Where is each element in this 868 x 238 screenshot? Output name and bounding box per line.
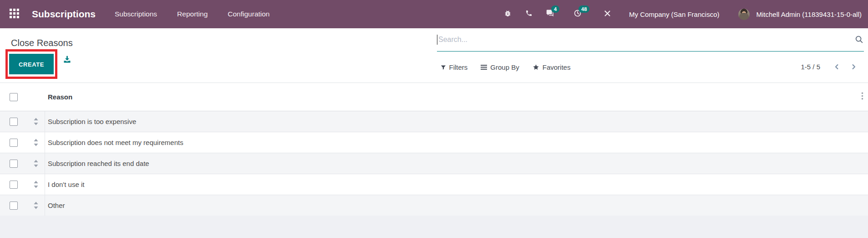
optional-columns-button[interactable] — [858, 83, 866, 111]
reason-cell: Subscription reached its end date — [45, 160, 868, 167]
menu-subscriptions[interactable]: Subscriptions — [105, 0, 167, 28]
current-app-title: Subscriptions — [32, 9, 96, 20]
messages-count-badge: 4 — [551, 5, 559, 13]
download-icon — [62, 58, 72, 66]
row-check-cell — [0, 181, 27, 189]
tools-icon — [604, 10, 611, 19]
footer-background — [0, 216, 868, 238]
apps-menu-button[interactable] — [6, 0, 22, 28]
list-row[interactable]: Subscription reached its end date — [0, 153, 868, 174]
pager-previous-button[interactable] — [828, 63, 845, 70]
search-icon[interactable] — [855, 35, 863, 44]
row-check-cell — [0, 118, 27, 126]
row-checkbox[interactable] — [10, 160, 18, 168]
row-checkbox[interactable] — [10, 118, 18, 126]
row-handle-cell — [27, 132, 45, 153]
user-avatar — [738, 9, 750, 20]
control-panel: Close Reasons CREATE — [0, 28, 868, 83]
list-row[interactable]: Subscription is too expensive — [0, 111, 868, 132]
pager: 1-5 / 5 — [801, 51, 862, 83]
messages-button[interactable]: 4 — [539, 0, 561, 28]
pager-next-button[interactable] — [845, 63, 862, 70]
drag-handle-icon[interactable] — [33, 139, 39, 146]
filters-label: Filters — [449, 63, 468, 71]
row-check-cell — [0, 160, 27, 168]
close-reasons-list: Reason Subscription is too expensive Sub… — [0, 83, 868, 216]
reason-cell: Other — [45, 202, 868, 209]
row-checkbox[interactable] — [10, 181, 18, 189]
chevron-right-icon — [850, 64, 857, 72]
reason-cell: Subscription does not meet my requiremen… — [45, 139, 868, 146]
row-handle-cell — [27, 174, 45, 195]
activities-count-badge: 48 — [579, 5, 589, 13]
chevron-left-icon — [833, 64, 840, 72]
favorites-button[interactable]: Favorites — [533, 63, 571, 71]
row-checkbox[interactable] — [10, 202, 18, 210]
search-bar — [437, 28, 864, 52]
apps-grid-icon — [10, 9, 19, 20]
app-menus: Subscriptions Reporting Configuration — [105, 0, 279, 28]
phone-icon — [525, 10, 533, 19]
menu-configuration[interactable]: Configuration — [218, 0, 279, 28]
activities-button[interactable]: 48 — [567, 0, 589, 28]
header-select-all-cell — [0, 93, 27, 101]
debug-menu-button[interactable] — [497, 0, 518, 28]
group-by-icon — [481, 64, 487, 70]
reason-column-header[interactable]: Reason — [45, 93, 868, 101]
favorites-label: Favorites — [543, 63, 571, 71]
reason-cell: Subscription is too expensive — [45, 118, 868, 125]
drag-handle-icon[interactable] — [33, 118, 39, 125]
filters-button[interactable]: Filters — [441, 63, 468, 71]
subscriptions-app-window: Subscriptions Subscriptions Reporting Co… — [0, 0, 868, 238]
row-handle-cell — [27, 111, 45, 132]
pager-range[interactable]: 1-5 / 5 — [801, 63, 820, 71]
funnel-icon — [441, 65, 446, 70]
control-panel-right: Filters Group By F — [434, 28, 868, 83]
reason-cell: I don't use it — [45, 181, 868, 188]
row-check-cell — [0, 202, 27, 210]
page-title: Close Reasons — [11, 37, 434, 48]
export-button[interactable] — [62, 55, 72, 64]
user-menu[interactable]: Mitchell Admin (11839431-15-0-all) — [738, 9, 864, 20]
row-checkbox[interactable] — [10, 139, 18, 147]
select-all-checkbox[interactable] — [10, 93, 18, 101]
row-check-cell — [0, 139, 27, 147]
create-button[interactable]: CREATE — [9, 54, 54, 74]
developer-tools-button[interactable] — [597, 0, 618, 28]
red-annotation-box: CREATE — [5, 49, 57, 79]
header-handle-cell — [27, 83, 45, 111]
list-header-row: Reason — [0, 83, 868, 111]
list-body: Subscription is too expensive Subscripti… — [0, 111, 868, 216]
menu-reporting[interactable]: Reporting — [167, 0, 218, 28]
list-row[interactable]: Other — [0, 195, 868, 216]
topbar-systray: 4 48 My Company (Sa — [497, 0, 864, 28]
control-panel-left: Close Reasons CREATE — [0, 28, 434, 83]
drag-handle-icon[interactable] — [33, 202, 39, 209]
user-name-label: Mitchell Admin (11839431-15-0-all) — [756, 10, 862, 18]
list-row[interactable]: Subscription does not meet my requiremen… — [0, 132, 868, 153]
drag-handle-icon[interactable] — [33, 160, 39, 167]
row-handle-cell — [27, 195, 45, 216]
group-by-label: Group By — [490, 63, 519, 71]
company-switcher[interactable]: My Company (San Francisco) — [629, 10, 719, 18]
top-navbar: Subscriptions Subscriptions Reporting Co… — [0, 0, 868, 28]
vertical-dots-icon — [861, 92, 863, 102]
search-input[interactable] — [437, 36, 864, 44]
bug-icon — [504, 10, 512, 19]
row-handle-cell — [27, 153, 45, 174]
group-by-button[interactable]: Group By — [481, 63, 519, 71]
drag-handle-icon[interactable] — [33, 181, 39, 188]
voip-phone-button[interactable] — [518, 0, 539, 28]
star-icon — [533, 64, 539, 71]
action-buttons: CREATE — [5, 49, 434, 79]
list-row[interactable]: I don't use it — [0, 174, 868, 195]
